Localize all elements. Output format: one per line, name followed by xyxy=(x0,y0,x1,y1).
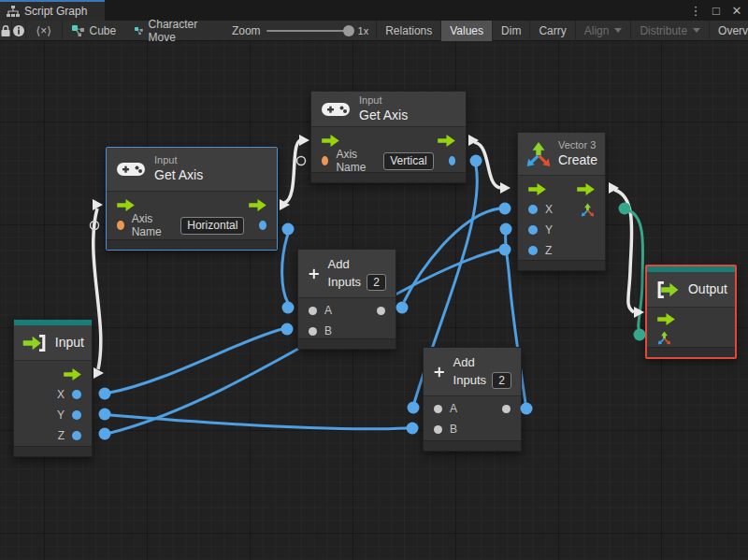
relations-button[interactable]: Relations xyxy=(376,21,440,41)
plus-icon xyxy=(433,356,446,388)
tab-script-graph[interactable]: Script Graph xyxy=(0,0,105,21)
code-view-button[interactable]: ⟨×⟩ xyxy=(26,21,63,41)
align-dropdown[interactable]: Align xyxy=(575,21,631,41)
param-label: Axis Name xyxy=(336,148,376,174)
node-subtitle: Input xyxy=(359,94,408,108)
node-resize-strip[interactable] xyxy=(424,440,521,451)
values-button[interactable]: Values xyxy=(440,21,492,41)
node-resize-strip[interactable] xyxy=(14,446,92,456)
port-a[interactable] xyxy=(309,307,317,315)
axis-name-input[interactable]: Horizontal xyxy=(180,217,244,235)
node-resize-strip[interactable] xyxy=(107,239,277,250)
lock-button[interactable] xyxy=(0,21,12,41)
code-icon: ⟨×⟩ xyxy=(36,24,51,37)
node-title: Input xyxy=(55,335,84,352)
lock-icon xyxy=(0,24,11,37)
gamepad-icon xyxy=(116,160,146,179)
unity-script-graph-window: Script Graph ⋮ □ ✕ ⟨×⟩ xyxy=(0,0,748,560)
port-b[interactable] xyxy=(434,425,442,434)
control-in-arrow-icon[interactable] xyxy=(322,135,339,147)
node-add-1[interactable]: Add Inputs2 A B xyxy=(297,249,396,350)
node-add-2[interactable]: Add Inputs2 A B xyxy=(423,347,522,452)
carry-button[interactable]: Carry xyxy=(529,21,574,41)
sum-port[interactable] xyxy=(377,307,385,315)
inputs-count-input[interactable]: 2 xyxy=(367,274,386,291)
axis-name-port[interactable] xyxy=(117,221,124,230)
node-input[interactable]: Input X Y Z xyxy=(13,319,93,457)
overview-button[interactable]: Overview xyxy=(709,21,748,41)
node-subtitle: Input xyxy=(154,154,203,167)
breadcrumb-character-move[interactable]: Character Move xyxy=(125,21,211,41)
info-button[interactable] xyxy=(12,21,26,41)
vector3-mini-icon[interactable] xyxy=(581,203,595,217)
kebab-menu-icon[interactable]: ⋮ xyxy=(688,4,703,18)
port-x[interactable] xyxy=(528,205,538,214)
node-resize-strip[interactable] xyxy=(298,338,396,349)
zoom-label: Zoom xyxy=(232,24,261,37)
node-title: Get Axis xyxy=(359,108,408,124)
dropdown-caret-icon xyxy=(614,28,622,33)
node-title: Create xyxy=(558,152,597,169)
tab-bar: Script Graph ⋮ □ ✕ xyxy=(0,0,748,21)
port-label-y: Y xyxy=(57,409,65,422)
distribute-dropdown[interactable]: Distribute xyxy=(630,21,709,41)
sum-port[interactable] xyxy=(502,405,511,413)
gamepad-icon xyxy=(321,100,351,119)
dropdown-caret-icon xyxy=(693,28,700,33)
info-icon xyxy=(12,24,25,37)
port-label-b: B xyxy=(324,324,332,337)
graph-tab-icon xyxy=(7,6,20,17)
control-in-arrow-icon[interactable] xyxy=(657,313,675,325)
inputs-label: Inputs xyxy=(453,372,486,389)
port-z[interactable] xyxy=(72,431,81,440)
control-in-arrow-icon[interactable] xyxy=(528,183,546,195)
node-title: Output xyxy=(688,281,727,298)
node-title: Get Axis xyxy=(154,167,203,184)
tab-title: Script Graph xyxy=(24,5,87,18)
zoom-value: 1x xyxy=(358,25,369,36)
maximize-icon[interactable]: □ xyxy=(709,4,724,18)
node-vector3-create[interactable]: Vector 3 Create X Y Z xyxy=(517,132,606,271)
input-icon xyxy=(22,334,49,352)
control-out-arrow-icon[interactable] xyxy=(249,199,266,211)
port-x[interactable] xyxy=(72,390,81,399)
port-b[interactable] xyxy=(309,327,317,336)
port-label-b: B xyxy=(450,423,457,436)
node-subtitle: Vector 3 xyxy=(558,139,597,152)
graph-icon xyxy=(135,25,143,36)
control-out-arrow-icon[interactable] xyxy=(577,183,595,195)
axis-name-input[interactable]: Vertical xyxy=(383,152,433,170)
control-in-arrow-icon[interactable] xyxy=(117,199,135,211)
node-resize-strip[interactable] xyxy=(518,260,605,270)
port-label-y: Y xyxy=(545,223,553,237)
port-z[interactable] xyxy=(528,246,538,255)
port-y[interactable] xyxy=(72,410,81,420)
axis-name-port[interactable] xyxy=(322,156,328,165)
node-get-axis-vertical[interactable]: Input Get Axis Axis Name Vertical xyxy=(310,91,467,183)
graph-icon xyxy=(72,25,85,36)
control-out-arrow-icon[interactable] xyxy=(438,135,455,147)
port-a[interactable] xyxy=(434,405,442,413)
node-output[interactable]: Output xyxy=(645,265,737,359)
port-label-x: X xyxy=(545,203,553,216)
breadcrumb-cube[interactable]: Cube xyxy=(63,21,126,41)
output-icon xyxy=(654,280,682,299)
dim-button[interactable]: Dim xyxy=(492,21,529,41)
node-resize-strip[interactable] xyxy=(647,347,735,357)
result-port[interactable] xyxy=(259,221,266,230)
vector3-mini-icon[interactable] xyxy=(657,331,671,345)
param-label: Axis Name xyxy=(132,212,174,238)
node-title: Add xyxy=(453,354,475,371)
result-port[interactable] xyxy=(449,156,455,165)
node-get-axis-horizontal[interactable]: Input Get Axis Axis Name Horizontal xyxy=(106,147,278,251)
zoom-slider[interactable] xyxy=(266,30,352,32)
control-out-arrow-icon[interactable] xyxy=(64,368,81,381)
port-label-a: A xyxy=(324,304,332,317)
close-icon[interactable]: ✕ xyxy=(729,4,744,18)
port-y[interactable] xyxy=(528,225,538,235)
inputs-label: Inputs xyxy=(328,274,361,291)
inputs-count-input[interactable]: 2 xyxy=(492,372,511,389)
node-resize-strip[interactable] xyxy=(311,172,466,182)
vector3-icon xyxy=(525,141,552,167)
zoom-slider-handle[interactable] xyxy=(343,25,354,36)
